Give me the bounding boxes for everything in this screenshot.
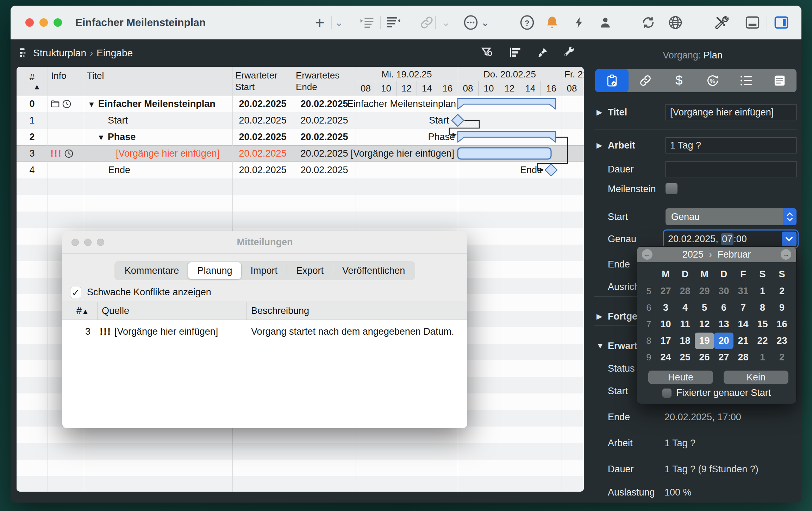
settings-tools-icon[interactable] [713,14,730,31]
expected-start-cell[interactable]: 20.02.2025 [232,145,293,162]
calendar-day[interactable]: 8 [753,299,772,316]
meilenstein-checkbox[interactable] [666,183,677,194]
conflict-row[interactable]: 3 !!! [Vorgänge hier einfügen] Vorgang s… [62,323,467,340]
calendar-day[interactable]: 27 [656,283,675,299]
expected-start-cell[interactable]: 20.02.2025 [232,129,293,145]
expected-start-cell[interactable]: 20.02.2025 [232,96,293,112]
filter-icon[interactable] [479,44,495,61]
calendar-year[interactable]: 2025 [682,249,704,260]
calendar-day-today[interactable]: 19 [695,333,714,349]
tab-costs[interactable]: $ [662,69,696,92]
style-brush-icon[interactable] [534,44,551,61]
calendar-day[interactable]: 11 [675,316,695,333]
calendar-day[interactable]: 16 [772,316,792,333]
column-header-description[interactable]: Beschreibung [251,302,309,320]
row-number[interactable]: 0 [17,96,48,112]
task-title[interactable]: Ende [108,162,130,178]
task-title[interactable]: [Vorgänge hier einfügen] [116,145,219,162]
expected-start-cell[interactable]: 20.02.2025 [232,112,293,129]
today-button[interactable]: Heute [648,371,713,384]
row-number[interactable]: 2 [17,129,48,145]
fixed-start-checkbox[interactable] [662,389,672,398]
calendar-day[interactable]: 27 [714,349,733,366]
breadcrumb-view[interactable]: Eingabe [96,48,133,58]
time-hour-selected[interactable]: 07 [721,233,733,245]
calendar-day[interactable]: 29 [695,283,714,299]
tab-plan[interactable] [595,69,629,92]
globe-icon[interactable] [667,14,684,31]
calendar-day[interactable]: 3 [656,299,675,316]
notifications-bell-icon[interactable] [544,14,561,31]
calendar-day[interactable]: 14 [733,316,753,333]
calendar-day[interactable]: 4 [675,299,695,316]
calendar-day[interactable]: 9 [772,299,792,316]
lightning-icon[interactable] [570,14,587,31]
calendar-month[interactable]: Februar [718,249,751,260]
calendar-day[interactable]: 6 [714,299,733,316]
column-header-info[interactable]: Info [51,70,66,81]
calendar-day[interactable]: 25 [675,349,695,366]
breadcrumb-section[interactable]: Strukturplan [33,48,86,58]
calendar-day[interactable]: 31 [733,283,753,299]
calendar-day[interactable]: 28 [675,283,695,299]
calendar-day[interactable]: 23 [772,333,792,349]
calendar-day[interactable]: 21 [733,333,753,349]
start-mode-select[interactable]: Genau [666,208,797,225]
help-icon[interactable]: ? [519,14,536,31]
breadcrumb[interactable]: Strukturplan›Eingabe [33,39,133,67]
row-info-icons[interactable] [50,96,83,112]
calendar-day[interactable]: 26 [695,349,714,366]
calendar-day[interactable]: 17 [656,333,675,349]
calendar-day[interactable]: 28 [733,349,753,366]
calendar-day-selected[interactable]: 20 [714,333,733,349]
arbeit-input[interactable]: 1 Tag ? [666,137,797,153]
disclosure-closed-icon[interactable]: ▶ [596,308,602,324]
calendar-day[interactable]: 1 [753,349,772,366]
close-window-button[interactable] [25,18,34,27]
calendar-day[interactable]: 24 [656,349,675,366]
calendar-day[interactable]: 12 [695,316,714,333]
expected-end-cell[interactable]: 20.02.2025 [293,162,356,178]
column-header-expected-start[interactable]: ErwarteterStart [235,70,277,93]
calendar-day[interactable]: 18 [675,333,695,349]
disclosure-closed-icon[interactable]: ▶ [596,104,602,120]
toggle-right-panel-icon[interactable] [773,14,790,31]
minimize-window-button[interactable] [39,18,48,27]
row-number[interactable]: 1 [17,112,48,129]
column-header-source[interactable]: Quelle [102,302,129,320]
weak-conflicts-checkbox[interactable]: ✓ [70,287,81,298]
calendar-day[interactable]: 15 [753,316,772,333]
dauer-input[interactable] [666,161,797,177]
calendar-day[interactable]: 7 [733,299,753,316]
date-part[interactable]: 20.02.2025, [668,234,721,245]
row-info-icons[interactable]: !!! [50,145,83,162]
task-title[interactable]: ▼Phase [97,129,136,146]
expected-end-cell[interactable]: 20.02.2025 [293,112,356,129]
disclosure-closed-icon[interactable]: ▶ [596,137,602,153]
titel-input[interactable]: [Vorgänge hier einfügen] [666,104,797,120]
column-header-number[interactable]: #▲ [76,302,89,320]
expected-end-cell[interactable]: 20.02.2025 [293,145,356,162]
outdent-icon[interactable] [358,14,375,31]
expected-start-cell[interactable]: 20.02.2025 [232,162,293,178]
tab-planung[interactable]: Planung [188,262,241,279]
column-header-expected-end[interactable]: ErwartetesEnde [296,70,339,93]
more-actions-chevron-icon[interactable]: ⌄ [477,14,494,31]
tab-progress[interactable]: % [696,69,729,92]
calendar-day[interactable]: 10 [656,316,675,333]
toggle-bottom-panel-icon[interactable] [744,14,761,31]
tab-links[interactable] [629,69,662,92]
tab-veroeffentlichen[interactable]: Veröffentlichen [333,262,414,279]
date-picker-chevron-icon[interactable] [782,232,797,246]
calendar-day[interactable]: 13 [714,316,733,333]
task-title[interactable]: Start [108,112,128,129]
sync-icon[interactable] [640,14,657,31]
zoom-window-button[interactable] [54,18,62,27]
calendar-day[interactable]: 2 [772,283,792,299]
disclosure-open-icon[interactable]: ▼ [97,133,105,142]
disclosure-open-icon[interactable]: ▼ [596,338,604,354]
tab-notes[interactable] [763,69,797,92]
time-rest[interactable]: :00 [733,234,747,245]
wrench-icon[interactable] [561,44,577,61]
tab-kommentare[interactable]: Kommentare [115,262,188,279]
